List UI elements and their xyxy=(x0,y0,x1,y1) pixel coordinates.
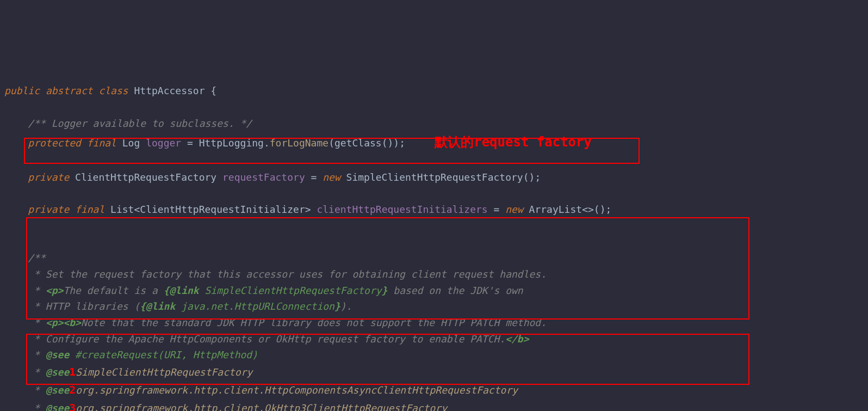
ctor-arraylist: ArrayList xyxy=(529,204,582,215)
red-number-2: 2 xyxy=(69,383,76,396)
javadoc-see2: * @see1SimpleClientHttpRequestFactory xyxy=(4,366,252,378)
code-editor[interactable]: public abstract class HttpAccessor { /**… xyxy=(0,65,868,411)
annotation-default-factory: 默认的request factory xyxy=(435,134,592,150)
class-httplogging: HttpLogging xyxy=(199,137,264,149)
keyword-final: final xyxy=(87,137,116,149)
keyword-class: class xyxy=(98,85,128,96)
keyword-protected: protected xyxy=(28,137,81,149)
keyword-final: final xyxy=(75,204,104,215)
type-log: Log xyxy=(122,137,140,149)
field-requestfactory: requestFactory xyxy=(222,171,305,183)
red-number-3: 3 xyxy=(69,401,76,411)
javadoc-l5: * Configure the Apache HttpComponents or… xyxy=(4,333,529,345)
type-list: List xyxy=(110,204,134,215)
method-forlogname: forLogName xyxy=(270,137,328,149)
type-crf: ClientHttpRequestFactory xyxy=(75,171,216,183)
type-generic: ClientHttpRequestInitializer xyxy=(140,204,305,215)
keyword-private: private xyxy=(28,171,69,183)
ctor-simple: SimpleClientHttpRequestFactory xyxy=(346,171,523,183)
javadoc-l2: * <p>The default is a {@link SimpleClien… xyxy=(4,285,523,296)
javadoc-see4: * @see3org.springframework.http.client.O… xyxy=(4,402,447,411)
field-logger: logger xyxy=(146,137,181,149)
javadoc-l3: * HTTP libraries ({@link java.net.HttpUR… xyxy=(4,300,352,312)
javadoc-l1: * Set the request factory that this acce… xyxy=(4,268,547,280)
brace-open: { xyxy=(210,85,216,96)
javadoc-l4: * <p><b>Note that the standard JDK HTTP … xyxy=(4,317,547,328)
keyword-new: new xyxy=(505,204,523,215)
class-name: HttpAccessor xyxy=(134,85,204,96)
red-number-1: 1 xyxy=(69,365,76,378)
field-initializers: clientHttpRequestInitializers xyxy=(317,204,487,215)
keyword-abstract: abstract xyxy=(46,85,93,96)
javadoc-see1: * @see #createRequest(URI, HttpMethod) xyxy=(4,349,258,360)
comment-logger: /** Logger available to subclasses. */ xyxy=(28,118,252,129)
javadoc-see3: * @see2org.springframework.http.client.H… xyxy=(4,384,518,396)
keyword-new: new xyxy=(323,171,340,183)
keyword-private: private xyxy=(28,204,69,215)
keyword-public: public xyxy=(4,85,40,96)
javadoc-open: /** xyxy=(28,252,46,263)
method-getclass: getClass xyxy=(334,137,382,149)
